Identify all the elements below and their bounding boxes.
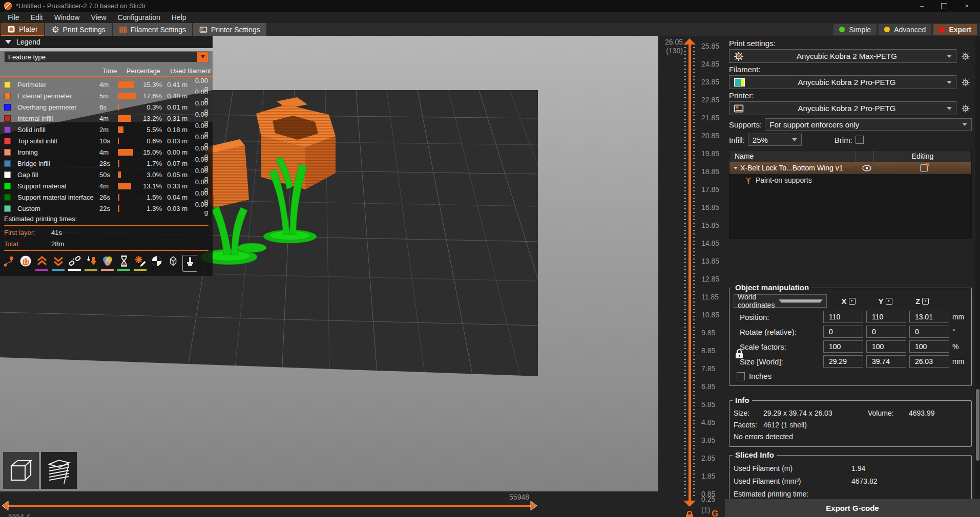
feature-name: Custom bbox=[17, 205, 99, 212]
tab-print-settings[interactable]: Print Settings bbox=[45, 23, 112, 36]
mode-advanced-button[interactable]: Advanced bbox=[879, 24, 931, 35]
layer-slider-track[interactable] bbox=[689, 44, 691, 501]
feature-percent: 1.7% bbox=[141, 160, 165, 167]
pause-prints-icon[interactable] bbox=[117, 255, 131, 272]
unit-label: ° bbox=[952, 328, 967, 336]
feature-percent: 17.6% bbox=[141, 92, 165, 100]
size-world-y-input[interactable] bbox=[866, 355, 906, 368]
close-button[interactable]: × bbox=[965, 2, 969, 10]
custom-gcode-icon[interactable] bbox=[133, 255, 147, 272]
paint-on-supports-row[interactable]: Paint-on supports bbox=[729, 174, 971, 186]
edit-print-settings-button[interactable] bbox=[960, 50, 972, 62]
feature-time: 50s bbox=[99, 171, 118, 179]
visibility-toggle[interactable] bbox=[858, 165, 876, 171]
slider-left-handle[interactable] bbox=[1, 501, 9, 511]
print-settings-select[interactable]: Anycubic Kobra 2 Max-PETG bbox=[729, 49, 956, 63]
layer-slider-lower-handle[interactable] bbox=[683, 501, 696, 507]
infill-select[interactable]: 25% bbox=[748, 134, 802, 146]
tab-printer-settings[interactable]: Printer Settings bbox=[193, 23, 266, 36]
slider-right-value: 55948 bbox=[489, 493, 529, 501]
feature-percent: 5.5% bbox=[141, 126, 165, 134]
gcode-label: G bbox=[712, 509, 718, 517]
feature-color-swatch bbox=[4, 205, 11, 212]
shells-icon[interactable] bbox=[18, 255, 32, 272]
manipulation-row: Rotate (relative):° bbox=[734, 326, 967, 338]
scale-factors-y-input[interactable] bbox=[866, 340, 906, 353]
position-y-input[interactable] bbox=[866, 311, 906, 323]
layer-tick-label: 21.85 bbox=[701, 114, 719, 122]
layers-down-icon[interactable] bbox=[51, 255, 65, 272]
scrollbar-thumb[interactable] bbox=[976, 389, 979, 461]
object-wireframe-icon[interactable] bbox=[166, 255, 180, 272]
mode-expert-button[interactable]: Expert bbox=[933, 24, 977, 35]
feature-time: 26s bbox=[99, 193, 118, 201]
unretractions-icon[interactable] bbox=[68, 255, 81, 272]
color-changes-icon[interactable] bbox=[100, 255, 114, 272]
travel-moves-icon[interactable] bbox=[2, 255, 16, 272]
filament-select[interactable]: Anycubic Kobra 2 Pro-PETG bbox=[729, 75, 956, 89]
facets-value: 4612 (1 shell) bbox=[763, 421, 807, 429]
feature-bar-zone bbox=[118, 149, 141, 156]
feature-name: External perimeter bbox=[17, 92, 99, 100]
printer-select[interactable]: Anycubic Kobra 2 Pro-PETG bbox=[729, 101, 956, 115]
mode-simple-button[interactable]: Simple bbox=[833, 24, 877, 35]
menu-window[interactable]: Window bbox=[49, 12, 86, 23]
percentage-bar bbox=[118, 138, 119, 144]
size-world-z-input[interactable] bbox=[909, 355, 949, 368]
menu-configuration[interactable]: Configuration bbox=[112, 12, 166, 23]
toggle-underline bbox=[101, 269, 114, 271]
edit-filament-button[interactable] bbox=[960, 76, 972, 89]
toggle-underline bbox=[19, 269, 32, 271]
window-title: *Untitled - PrusaSlicer-2.7.0 based on S… bbox=[16, 2, 146, 10]
percentage-bar bbox=[118, 160, 119, 167]
menu-file[interactable]: File bbox=[2, 12, 25, 23]
slider-lock-icon[interactable] bbox=[685, 511, 694, 517]
export-gcode-button[interactable]: Export G-code bbox=[725, 499, 980, 517]
feature-percent: 0.6% bbox=[141, 137, 165, 145]
menu-view[interactable]: View bbox=[85, 12, 112, 23]
travel-moves-icon-glyph bbox=[3, 255, 15, 269]
scale-factors-z-input[interactable] bbox=[909, 340, 949, 353]
rotate-relative-y-input[interactable] bbox=[866, 326, 906, 338]
coordinates-select[interactable]: World coordinates bbox=[734, 294, 827, 308]
legend-row: Custom22s1.3%0.03 m0.00 g bbox=[0, 201, 213, 212]
legend-row: Overhang perimeter6s0.3%0.01 m0.00 g bbox=[0, 99, 213, 111]
legend-header[interactable]: Legend bbox=[0, 36, 213, 48]
brim-checkbox[interactable] bbox=[856, 136, 864, 144]
rotate-relative-x-input[interactable] bbox=[823, 326, 863, 338]
edit-printer-button[interactable] bbox=[960, 102, 972, 115]
slider-right-handle[interactable] bbox=[530, 501, 538, 511]
axis-letter: X bbox=[841, 297, 846, 306]
view-type-dropdown-button[interactable] bbox=[197, 52, 208, 62]
tab-filament-settings[interactable]: Filament Settings bbox=[113, 23, 192, 36]
tab-plater[interactable]: Plater bbox=[1, 23, 44, 36]
scale-factors-x-input[interactable] bbox=[823, 340, 863, 353]
edit-object-icon[interactable] bbox=[920, 164, 928, 172]
supports-select[interactable]: For support enforcers only bbox=[765, 118, 972, 131]
3d-viewport[interactable]: Legend Feature type Time Percentage Used… bbox=[0, 36, 658, 491]
horizontal-slider-track[interactable] bbox=[8, 505, 531, 507]
panel-scrollbar[interactable] bbox=[975, 36, 980, 499]
inches-checkbox[interactable] bbox=[737, 372, 745, 380]
seams-icon[interactable] bbox=[150, 255, 163, 272]
position-z-input[interactable] bbox=[909, 311, 949, 323]
unit-label: mm bbox=[952, 313, 967, 321]
layers-up-icon[interactable] bbox=[35, 255, 49, 272]
maximize-button[interactable] bbox=[941, 3, 947, 9]
view-type-select[interactable]: Feature type bbox=[4, 51, 208, 62]
minimize-button[interactable]: – bbox=[920, 2, 924, 10]
position-x-input[interactable] bbox=[823, 311, 863, 323]
uniform-scale-lock-icon[interactable] bbox=[735, 349, 744, 359]
preview-view-button[interactable] bbox=[41, 452, 77, 489]
rotate-relative-z-input[interactable] bbox=[909, 326, 949, 338]
retractions-icon[interactable] bbox=[84, 255, 98, 272]
size-world-x-input[interactable] bbox=[823, 355, 863, 368]
layer-tick-label: 9.85 bbox=[701, 329, 715, 337]
3d-editor-view-button[interactable] bbox=[3, 452, 39, 489]
expand-chevron-icon[interactable] bbox=[734, 167, 738, 169]
menu-edit[interactable]: Edit bbox=[25, 12, 49, 23]
legend-row: Support material interface26s1.5%0.04 m0… bbox=[0, 189, 213, 201]
plunger-icon[interactable] bbox=[182, 255, 197, 272]
menu-help[interactable]: Help bbox=[166, 12, 192, 23]
object-row[interactable]: X-Belt Lock To...Bottom Wing v1 bbox=[729, 162, 971, 174]
